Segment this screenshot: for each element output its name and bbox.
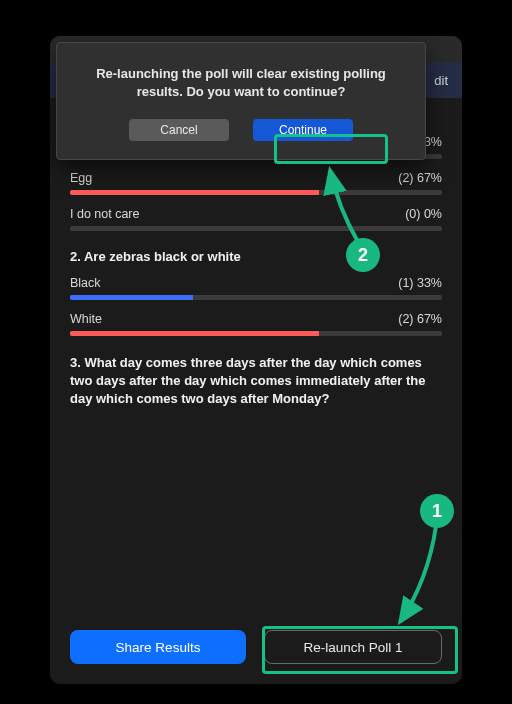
progress-bar <box>70 331 442 336</box>
footer: Share Results Re-launch Poll 1 <box>50 620 462 684</box>
relaunch-poll-button[interactable]: Re-launch Poll 1 <box>264 630 442 664</box>
option-stat: (2) 67% <box>398 312 442 326</box>
option-label: I do not care <box>70 207 140 221</box>
option-label: Black <box>70 276 101 290</box>
dialog-message: Re-launching the poll will clear existin… <box>83 65 399 101</box>
share-results-button[interactable]: Share Results <box>70 630 246 664</box>
continue-button[interactable]: Continue <box>253 119 353 141</box>
option-stat: (2) 67% <box>398 171 442 185</box>
poll-option: Black (1) 33% <box>70 276 442 300</box>
question-title: 3. What day comes three days after the d… <box>70 354 442 409</box>
poll-option: Egg (2) 67% <box>70 171 442 195</box>
cancel-button[interactable]: Cancel <box>129 119 229 141</box>
poll-content: 1. What came first Chicken (1) 33% Egg (… <box>50 98 462 620</box>
progress-bar <box>70 295 442 300</box>
option-label: White <box>70 312 102 326</box>
progress-bar <box>70 226 442 231</box>
option-stat: (0) 0% <box>405 207 442 221</box>
poll-option: I do not care (0) 0% <box>70 207 442 231</box>
poll-option: White (2) 67% <box>70 312 442 336</box>
option-stat: (1) 33% <box>398 276 442 290</box>
progress-bar <box>70 190 442 195</box>
option-label: Egg <box>70 171 92 185</box>
confirm-dialog: Re-launching the poll will clear existin… <box>56 42 426 160</box>
question-title: 2. Are zebras black or white <box>70 249 442 264</box>
toolbar-right-fragment[interactable]: dit <box>434 73 448 88</box>
